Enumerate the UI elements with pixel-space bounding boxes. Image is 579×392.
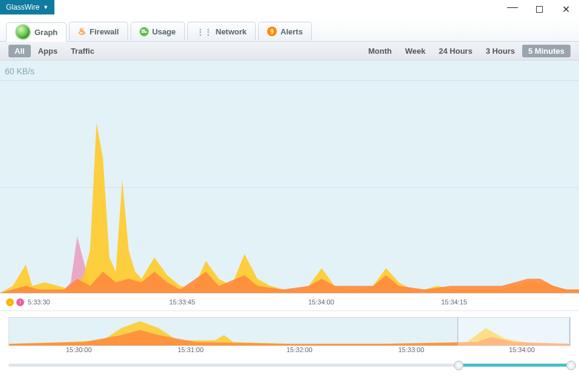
minimize-button[interactable]: —	[499, 0, 526, 18]
axis-tick: 15:33:00	[398, 346, 424, 353]
range-5m[interactable]: 5 Minutes	[522, 45, 571, 57]
slider-handle-start[interactable]	[454, 361, 464, 370]
minimize-icon: —	[507, 1, 518, 13]
filter-all[interactable]: All	[8, 45, 31, 57]
app-name-label: GlassWire	[6, 3, 39, 11]
app-menu-dropdown[interactable]: GlassWire ▼	[0, 0, 54, 14]
range-week[interactable]: Week	[399, 45, 432, 57]
main-tab-row: Graph ♨ Firewall Usage ⋮⋮ Network 9 Aler…	[0, 18, 579, 42]
title-bar: GlassWire ▼ — ✕	[0, 0, 579, 18]
range-month[interactable]: Month	[362, 45, 398, 57]
tab-usage[interactable]: Usage	[131, 22, 185, 40]
axis-tick: 15:30:00	[66, 346, 92, 353]
tab-label: Usage	[152, 27, 176, 36]
tab-label: Graph	[34, 28, 57, 37]
tab-label: Firewall	[89, 27, 118, 36]
firewall-icon: ♨	[78, 26, 86, 37]
axis-tick: 15:31:00	[178, 346, 204, 353]
tab-label: Network	[216, 27, 247, 36]
close-icon: ✕	[562, 4, 570, 15]
graph-filter-group: All Apps Traffic	[8, 45, 100, 57]
filter-apps[interactable]: Apps	[32, 45, 64, 57]
slider-fill	[458, 364, 571, 367]
tab-graph[interactable]: Graph	[6, 22, 66, 42]
close-button[interactable]: ✕	[552, 0, 579, 18]
graph-filter-bar: All Apps Traffic Month Week 24 Hours 3 H…	[0, 42, 579, 60]
range-3h[interactable]: 3 Hours	[480, 45, 521, 57]
axis-tick: 15:32:00	[286, 346, 312, 353]
axis-tick: 15:34:00	[509, 346, 535, 353]
traffic-chart[interactable]: 60 KB/s	[0, 60, 579, 294]
tab-firewall[interactable]: ♨ Firewall	[69, 22, 128, 40]
usage-icon	[140, 27, 149, 36]
axis-start-time: 5:33:30	[28, 298, 50, 306]
axis-tick: 15:34:15	[441, 298, 467, 306]
overview-panel: 15:30:00 15:31:00 15:32:00 15:33:00 15:3…	[0, 311, 579, 379]
range-24h[interactable]: 24 Hours	[433, 45, 479, 57]
graph-icon	[15, 24, 31, 40]
app-window: GlassWire ▼ — ✕ Graph ♨ Firewall Usage ⋮…	[0, 0, 579, 392]
tab-network[interactable]: ⋮⋮ Network	[187, 22, 256, 40]
maximize-icon	[536, 6, 543, 13]
overview-selection-window[interactable]	[458, 317, 570, 346]
maximize-button[interactable]	[526, 0, 552, 18]
main-chart-axis: ↓ ↑ 5:33:30 15:33:45 15:34:00 15:34:15	[0, 294, 579, 311]
download-icon: ↓	[6, 298, 14, 306]
chevron-down-icon: ▼	[43, 4, 48, 10]
timerange-group: Month Week 24 Hours 3 Hours 5 Minutes	[362, 45, 571, 57]
alerts-badge-icon: 9	[267, 27, 277, 36]
axis-tick: 15:33:45	[169, 298, 195, 306]
chart-svg	[0, 60, 579, 293]
timeline-slider[interactable]	[8, 361, 571, 369]
axis-tick: 15:34:00	[308, 298, 334, 306]
tab-alerts[interactable]: 9 Alerts	[258, 22, 312, 40]
overview-chart[interactable]	[8, 317, 571, 346]
upload-icon: ↑	[16, 298, 24, 306]
tab-label: Alerts	[280, 27, 303, 36]
window-controls: — ✕	[499, 0, 579, 18]
slider-handle-end[interactable]	[566, 361, 576, 370]
filter-traffic[interactable]: Traffic	[65, 45, 100, 57]
overview-axis: 15:30:00 15:31:00 15:32:00 15:33:00 15:3…	[8, 346, 571, 357]
network-icon: ⋮⋮	[196, 27, 212, 36]
